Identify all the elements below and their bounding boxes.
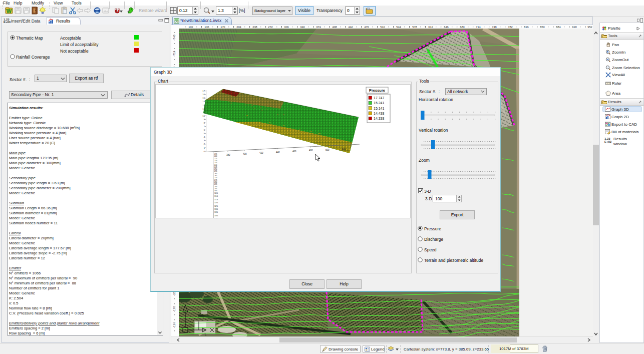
svg-text:2: 2 [204, 143, 205, 145]
svg-text:11: 11 [203, 111, 205, 114]
svg-text:3: 3 [204, 139, 205, 142]
svg-text:14.338: 14.338 [374, 117, 385, 120]
svg-text:460: 460 [292, 150, 296, 153]
svg-text:0: 0 [204, 150, 205, 153]
svg-text:500: 500 [326, 149, 330, 151]
svg-text:380: 380 [226, 154, 230, 156]
svg-text:8: 8 [204, 122, 205, 124]
svg-text:305: 305 [214, 192, 218, 194]
svg-text:-714: -714 [173, 50, 176, 56]
svg-text:9: 9 [204, 118, 205, 121]
svg-text:5: 5 [204, 132, 205, 135]
svg-text:340: 340 [214, 214, 218, 217]
svg-text:15: 15 [202, 97, 205, 99]
svg-text:6: 6 [204, 129, 205, 131]
svg-text:4: 4 [204, 136, 205, 138]
svg-text:15.241: 15.241 [374, 101, 385, 105]
svg-text:325: 325 [214, 205, 218, 207]
svg-text:440: 440 [276, 151, 280, 154]
svg-text:-170: -170 [173, 306, 176, 312]
svg-text:420: 420 [259, 152, 263, 154]
svg-text:345: 345 [214, 217, 218, 218]
svg-text:400: 400 [243, 153, 247, 155]
svg-text:-748: -748 [173, 35, 176, 41]
svg-text:1: 1 [204, 147, 205, 149]
svg-text:310: 310 [214, 195, 218, 197]
svg-text:10: 10 [202, 115, 205, 117]
svg-text:7: 7 [204, 125, 205, 128]
svg-text:520: 520 [342, 148, 346, 150]
svg-text:13: 13 [202, 104, 205, 107]
svg-text:335: 335 [214, 211, 218, 213]
svg-text:16: 16 [202, 93, 205, 96]
svg-text:14: 14 [202, 100, 205, 103]
svg-text:315: 315 [214, 198, 218, 201]
svg-text:Pressure: Pressure [369, 88, 385, 93]
svg-text:12: 12 [202, 108, 205, 110]
svg-text:320: 320 [214, 201, 218, 204]
svg-text:14.438: 14.438 [374, 112, 385, 115]
svg-text:17.747: 17.747 [374, 96, 385, 100]
svg-text:W: W [7, 8, 12, 14]
svg-text:330: 330 [214, 208, 218, 210]
svg-text:-136: -136 [173, 322, 176, 328]
svg-text:17: 17 [202, 90, 205, 92]
svg-text:15.141: 15.141 [374, 107, 385, 110]
svg-text:480: 480 [309, 149, 313, 152]
svg-text:CAD: CAD [174, 21, 179, 23]
